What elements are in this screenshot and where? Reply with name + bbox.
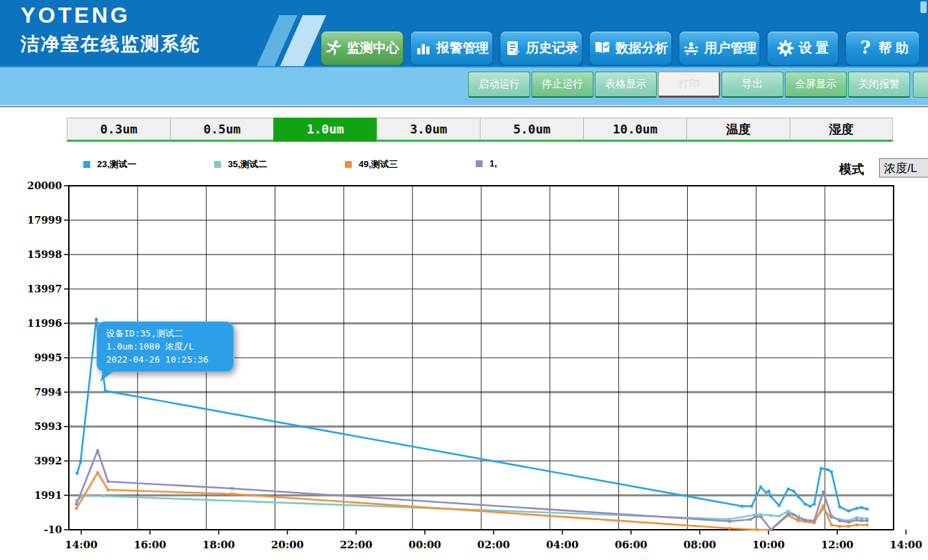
series-point[interactable]	[75, 503, 78, 506]
series-point[interactable]	[231, 493, 233, 495]
nav-button-users[interactable]: 用户管理	[679, 31, 760, 65]
toolbar-button[interactable]: 表格显示	[595, 72, 657, 98]
series-point[interactable]	[804, 503, 807, 506]
bar-chart-icon	[414, 39, 432, 57]
series-point[interactable]	[813, 519, 816, 522]
tab-湿度[interactable]: 湿度	[790, 118, 893, 142]
series-point[interactable]	[822, 491, 825, 493]
legend-item[interactable]: 1,	[476, 158, 497, 169]
series-point[interactable]	[830, 515, 833, 517]
series-point[interactable]	[787, 513, 790, 515]
series-point[interactable]	[847, 525, 850, 528]
series-point[interactable]	[792, 513, 795, 516]
series-point[interactable]	[792, 490, 795, 493]
series-point[interactable]	[102, 495, 105, 497]
series-point[interactable]	[728, 520, 731, 523]
tab-1.0um[interactable]: 1.0um	[273, 118, 377, 142]
mode-select[interactable]: 浓度/L	[879, 158, 928, 177]
toolbar-button-partial[interactable]	[913, 72, 928, 98]
series-point[interactable]	[861, 519, 863, 522]
series-point[interactable]	[827, 469, 830, 471]
tab-5.0um[interactable]: 5.0um	[480, 118, 583, 142]
legend-item[interactable]: 35,测试二	[214, 158, 267, 171]
series-point[interactable]	[830, 524, 833, 526]
series-point[interactable]	[856, 516, 858, 519]
series-point[interactable]	[847, 521, 850, 524]
series-point[interactable]	[96, 471, 99, 474]
series-point[interactable]	[76, 472, 78, 475]
series-point[interactable]	[765, 491, 768, 494]
series-point[interactable]	[797, 519, 800, 522]
series-point[interactable]	[770, 514, 772, 517]
series-point[interactable]	[778, 504, 781, 507]
series-point[interactable]	[856, 519, 858, 521]
nav-button-question[interactable]: ?帮 助	[845, 31, 920, 65]
series-point[interactable]	[866, 519, 869, 522]
legend-item[interactable]: 49,测试三	[345, 158, 398, 171]
series-point[interactable]	[866, 508, 869, 510]
series-point[interactable]	[787, 488, 790, 491]
toolbar-button[interactable]: 关闭报警	[848, 72, 910, 98]
toolbar-button[interactable]: 停止运行	[531, 72, 593, 98]
toolbar-button[interactable]: 启动运行	[468, 72, 530, 98]
series-point[interactable]	[820, 467, 823, 470]
y-tick-label: 3992	[34, 455, 62, 466]
series-point[interactable]	[830, 471, 833, 473]
nav-button-runner[interactable]: 监测中心	[321, 31, 403, 65]
tab-0.5um[interactable]: 0.5um	[170, 118, 273, 142]
toolbar-button[interactable]: 全屏显示	[785, 72, 847, 98]
nav-button-bar-chart[interactable]: 报警管理	[410, 31, 493, 65]
chart-tooltip: 设备ID:35,测试二 1.0um:1080 浓度/L 2022-04-26 1…	[96, 321, 234, 372]
series-point[interactable]	[847, 510, 850, 513]
series-point[interactable]	[813, 503, 816, 506]
series-point[interactable]	[75, 507, 78, 510]
series-point[interactable]	[79, 461, 82, 464]
nav-button-gear[interactable]: 设 置	[767, 31, 839, 65]
series-point[interactable]	[839, 506, 841, 508]
toolbar-button[interactable]: 打印	[658, 72, 720, 98]
series-point[interactable]	[770, 495, 772, 498]
series-point[interactable]	[866, 524, 869, 526]
series-point[interactable]	[760, 516, 763, 519]
series-point[interactable]	[856, 507, 858, 510]
tab-3.0um[interactable]: 3.0um	[377, 118, 480, 142]
y-tick-label: 1991	[34, 489, 62, 501]
tab-温度[interactable]: 温度	[686, 118, 790, 142]
series-point[interactable]	[797, 495, 800, 498]
toolbar-button[interactable]: 导出	[721, 72, 783, 98]
series-point[interactable]	[96, 449, 99, 452]
legend-item[interactable]: 23,测试一	[83, 158, 136, 171]
series-point[interactable]	[756, 528, 759, 531]
series-point[interactable]	[741, 505, 744, 508]
series-point[interactable]	[728, 527, 731, 530]
series-point[interactable]	[787, 510, 790, 513]
series-point[interactable]	[95, 318, 98, 321]
nav-button-document[interactable]: 历史记录	[500, 31, 582, 65]
series-point[interactable]	[797, 517, 800, 519]
series-point[interactable]	[822, 504, 825, 507]
series-point[interactable]	[755, 515, 757, 518]
nav-button-book[interactable]: 数据分析	[589, 31, 672, 65]
tab-0.3um[interactable]: 0.3um	[67, 118, 170, 142]
series-point[interactable]	[861, 506, 863, 509]
series-point[interactable]	[750, 505, 753, 508]
series-point[interactable]	[759, 486, 762, 488]
series-point[interactable]	[749, 518, 752, 521]
series-point[interactable]	[804, 519, 807, 521]
series-point[interactable]	[104, 389, 107, 392]
series-point[interactable]	[107, 480, 109, 483]
window-corner-widget[interactable]	[920, 1, 927, 13]
series-point[interactable]	[770, 528, 772, 531]
series-point[interactable]	[759, 513, 762, 516]
series-point[interactable]	[107, 488, 109, 491]
series-point[interactable]	[861, 517, 863, 519]
series-point[interactable]	[768, 490, 770, 493]
tab-10.0um[interactable]: 10.0um	[583, 118, 686, 142]
series-point[interactable]	[809, 505, 812, 508]
x-tick-label: 06:00	[615, 539, 647, 551]
series-point[interactable]	[839, 519, 841, 522]
series-point[interactable]	[856, 524, 858, 526]
series-point[interactable]	[231, 487, 233, 490]
series-point[interactable]	[839, 525, 841, 528]
series-point[interactable]	[778, 515, 781, 517]
